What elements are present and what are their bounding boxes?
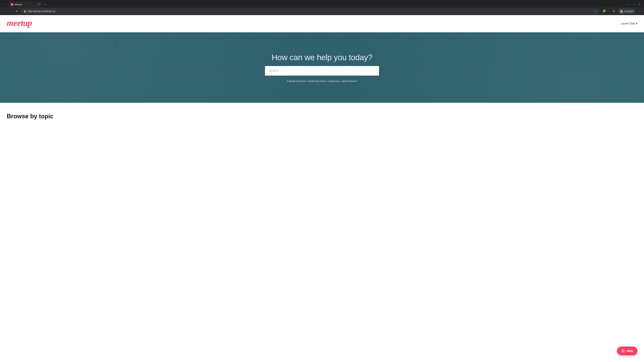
reload-button[interactable]: ↻ bbox=[14, 8, 20, 14]
incognito-badge[interactable]: 🕵 Incognito bbox=[618, 9, 635, 14]
incognito-icon: 🕵 bbox=[620, 9, 623, 13]
tab-back-button[interactable]: ‹ bbox=[2, 2, 8, 7]
incognito-label: Incognito bbox=[624, 10, 633, 12]
tab-close-button[interactable]: ✕ bbox=[37, 3, 40, 6]
window-controls: — □ ✕ bbox=[626, 1, 643, 7]
tab-group: m Meetup ✕ + bbox=[9, 1, 625, 7]
address-bar: ← → ↻ 🔒 ☆ 🧩 ⧉ 🕵 Incognito ⋮ bbox=[0, 7, 644, 15]
search-container bbox=[265, 66, 379, 76]
divider bbox=[609, 9, 609, 13]
svg-text:m: m bbox=[11, 3, 13, 5]
user-menu[interactable]: Lauren Deli ▾ bbox=[621, 22, 637, 25]
forward-button[interactable]: → bbox=[8, 8, 14, 14]
extensions-button[interactable]: 🧩 bbox=[602, 8, 607, 14]
popular-searches: Popular searches: leadership team, meetu… bbox=[287, 80, 357, 82]
active-tab[interactable]: m Meetup ✕ bbox=[9, 1, 42, 7]
user-menu-chevron: ▾ bbox=[636, 22, 637, 25]
browse-title: Browse by topic bbox=[7, 113, 637, 120]
bookmark-icon[interactable]: ☆ bbox=[595, 9, 598, 13]
svg-text:meetup: meetup bbox=[7, 18, 32, 28]
back-button[interactable]: ← bbox=[2, 8, 8, 14]
close-window-button[interactable]: ✕ bbox=[638, 3, 641, 6]
site-logo[interactable]: meetup bbox=[7, 18, 34, 29]
browse-section: Browse by topic bbox=[0, 103, 644, 132]
hero-content: How can we help you today? Popular searc… bbox=[263, 53, 381, 82]
minimize-button[interactable]: — bbox=[627, 3, 630, 6]
window-button[interactable]: ⧉ bbox=[611, 8, 616, 14]
tab-title: Meetup bbox=[15, 3, 36, 6]
browser-chrome: ‹ m Meetup ✕ + — □ ✕ ← → ↻ bbox=[0, 0, 644, 15]
user-name: Lauren Deli bbox=[621, 22, 634, 25]
new-tab-button[interactable]: + bbox=[43, 2, 48, 7]
hero-section: 🔧⚙🔨🔩⚙🔧🔨🔩⚙🔧 🔩🔧⚙🔨🔩🔧⚙🔨🔩 ⚙🔨🔩🔧⚙🔨🔩🔧⚙🔨 How can … bbox=[0, 32, 644, 103]
website: meetup Lauren Deli ▾ 🔧⚙🔨🔩⚙🔧🔨🔩⚙🔧 🔩🔧⚙🔨🔩🔧⚙🔨… bbox=[0, 15, 644, 132]
address-input[interactable] bbox=[28, 10, 593, 12]
tab-bar: ‹ m Meetup ✕ + — □ ✕ bbox=[0, 0, 644, 7]
logo-container[interactable]: meetup bbox=[7, 18, 34, 29]
nav-buttons: ← → ↻ bbox=[2, 8, 20, 14]
maximize-button[interactable]: □ bbox=[632, 3, 636, 6]
site-header: meetup Lauren Deli ▾ bbox=[0, 15, 644, 32]
lock-icon: 🔒 bbox=[24, 10, 26, 12]
browser-right-controls: 🧩 ⧉ 🕵 Incognito ⋮ bbox=[602, 8, 642, 14]
hero-title: How can we help you today? bbox=[272, 53, 372, 62]
tab-favicon: m bbox=[11, 3, 14, 6]
tab-left-controls: ‹ bbox=[1, 2, 8, 7]
address-input-container[interactable]: 🔒 ☆ bbox=[21, 8, 600, 14]
search-input[interactable] bbox=[265, 66, 379, 76]
menu-button[interactable]: ⋮ bbox=[636, 8, 642, 14]
